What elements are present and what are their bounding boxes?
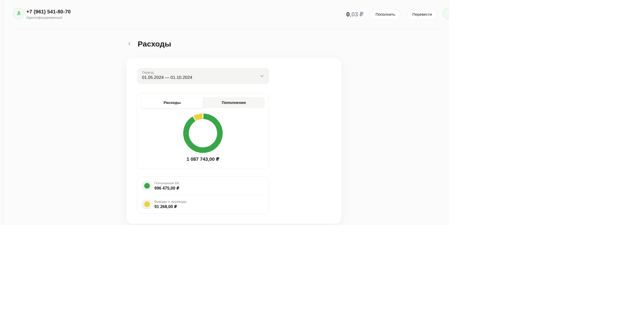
chevron-down-icon (259, 73, 265, 80)
donut-chart (137, 113, 269, 153)
page-title: Расходы (138, 40, 171, 48)
app-viewport: +7 (961) 541-80-70 Идентифицированный 0,… (0, 0, 449, 225)
period-label: Период (142, 71, 257, 74)
legend-label: Пополнения БК (154, 181, 179, 185)
tab-expenses[interactable]: Расходы (141, 97, 203, 108)
transfer-button[interactable]: Перевести (407, 9, 437, 20)
user-info[interactable]: +7 (961) 541-80-70 Идентифицированный (26, 9, 71, 19)
phone-number: +7 (961) 541-80-70 (26, 9, 71, 15)
ruble-sign: ₽ (359, 11, 364, 18)
legend-value: 91 268,00 ₽ (154, 204, 186, 209)
balance-whole: 0 (346, 11, 349, 18)
tab-topups[interactable]: Пополнения (203, 97, 265, 108)
back-button[interactable] (127, 39, 135, 49)
legend-row-withdrawals: Выводы и переводы 91 268,00 ₽ (137, 195, 269, 213)
header: +7 (961) 541-80-70 Идентифицированный 0,… (0, 0, 449, 29)
green-dot-icon (144, 183, 150, 189)
chart-panel: Расходы Пополнения 1 087 743,00 ₽ (137, 93, 269, 169)
user-check-icon (16, 10, 22, 17)
yellow-dot-icon (144, 201, 150, 207)
legend-row-topups-bk: Пополнения БК 996 475,00 ₽ (137, 177, 269, 195)
topup-button[interactable]: Пополнить (370, 9, 400, 20)
chart-total: 1 087 743,00 ₽ (137, 156, 269, 162)
balance-fraction: ,03 (350, 11, 358, 18)
period-value: 01.05.2024 — 01.10.2024 (142, 75, 257, 80)
legend-label: Выводы и переводы (154, 200, 186, 203)
chart-tabs: Расходы Пополнения (141, 97, 265, 108)
expenses-card: Период 01.05.2024 — 01.10.2024 Расходы П… (127, 58, 341, 224)
header-divider (13, 29, 444, 29)
balance: 0,03₽ (346, 11, 363, 18)
identity-status: Идентифицированный (26, 16, 71, 19)
legend-value: 996 475,00 ₽ (154, 186, 179, 191)
chevron-left-icon (127, 41, 132, 47)
page-left-border (3, 0, 3, 225)
legend-icon (142, 181, 152, 191)
partial-circle-button[interactable] (443, 8, 449, 19)
title-row: Расходы (127, 39, 171, 49)
legend-icon (142, 200, 152, 209)
header-actions: 0,03₽ Пополнить Перевести (346, 0, 437, 29)
legend: Пополнения БК 996 475,00 ₽ Выводы и пере… (137, 176, 269, 214)
period-selector[interactable]: Период 01.05.2024 — 01.10.2024 (137, 68, 269, 84)
profile-avatar[interactable] (13, 8, 24, 19)
